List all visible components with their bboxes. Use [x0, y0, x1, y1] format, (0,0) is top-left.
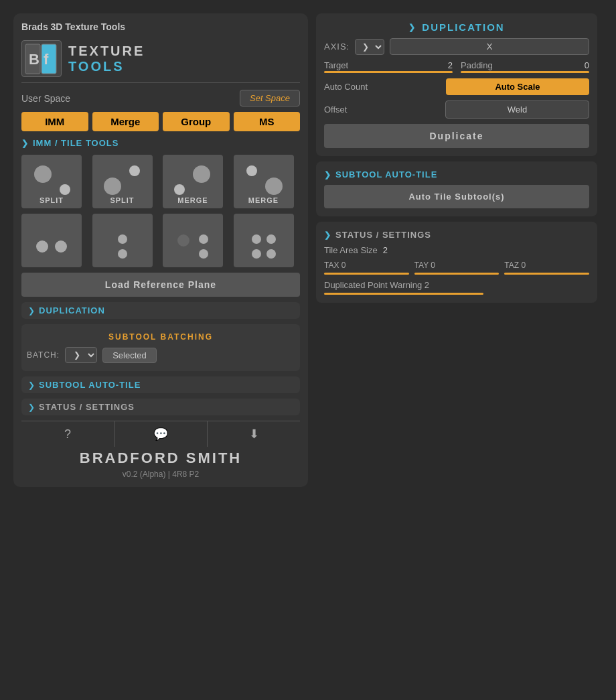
status-settings-card: ❯ STATUS / SETTINGS Tile Area Size 2 TAX…: [316, 222, 597, 303]
dup-warning-label: Duplicated Point Warning 2: [324, 280, 589, 290]
dot-small2: [129, 165, 140, 176]
dots-v-icon: [102, 230, 143, 263]
help-icon-button[interactable]: ?: [21, 421, 114, 447]
imm-button[interactable]: IMM: [21, 112, 88, 131]
duplication-label: DUPLICATION: [39, 305, 105, 316]
merge-right-tile[interactable]: MERGE: [234, 155, 294, 208]
chat-icon: 💬: [153, 427, 168, 441]
d9: [266, 234, 276, 244]
tile-area-label: Tile Area Size: [324, 245, 378, 255]
dots-3-tile[interactable]: [163, 214, 223, 267]
duplication-right-chevron-icon: ❯: [408, 23, 416, 32]
chat-icon-button[interactable]: 💬: [114, 421, 208, 447]
tay-slider[interactable]: [414, 273, 499, 275]
d2: [55, 240, 67, 253]
tile-grid-row2: [21, 214, 300, 267]
batch-dropdown[interactable]: ❯: [65, 347, 97, 363]
d10: [252, 249, 261, 259]
padding-slider[interactable]: [461, 71, 589, 73]
merge-left-tile[interactable]: MERGE: [163, 155, 223, 208]
subtool-batching-section: SUBTOOL BATCHING BATCH: ❯ Selected: [21, 324, 300, 371]
auto-count-label: Auto Count: [324, 82, 441, 92]
logo-box: B f: [21, 40, 62, 77]
dots-3-icon: [173, 230, 213, 263]
target-label-row: Target 2: [324, 60, 453, 70]
status-settings-header: ❯ STATUS / SETTINGS: [324, 230, 589, 240]
dots-2-tile[interactable]: [21, 214, 82, 267]
batch-label: BATCH:: [27, 350, 60, 360]
auto-count-row: Auto Count Auto Scale: [324, 78, 589, 95]
taz-label: TAZ 0: [504, 261, 589, 270]
merge-left-icon: [173, 163, 213, 196]
batch-row: BATCH: ❯ Selected: [27, 344, 295, 366]
load-reference-plane-button[interactable]: Load Reference Plane: [21, 273, 300, 297]
d4: [118, 249, 127, 259]
target-slider[interactable]: [324, 71, 453, 73]
d8: [252, 234, 261, 244]
axis-dropdown[interactable]: ❯: [355, 39, 384, 55]
status-chevron-icon: ❯: [324, 230, 331, 240]
batch-selected-button[interactable]: Selected: [102, 348, 157, 363]
logo-text: TEXTURE TOOLS: [68, 44, 145, 74]
duplication-chevron-icon: ❯: [28, 306, 35, 316]
auto-scale-button[interactable]: Auto Scale: [446, 78, 589, 95]
d11: [266, 249, 276, 259]
chevron-icon: ❯: [21, 139, 29, 148]
padding-section: Padding 0: [461, 60, 589, 73]
dots-v-tile[interactable]: [92, 214, 153, 267]
taz-slider[interactable]: [504, 273, 589, 275]
tile-area-value: 2: [383, 245, 388, 255]
dot-v-grid: [118, 234, 127, 259]
target-padding-row: Target 2 Padding 0: [324, 60, 589, 73]
subtool-auto-tile-bar: ❯ SUBTOOL AUTO-TILE: [21, 376, 300, 393]
dot-small3: [174, 184, 185, 195]
tax-slider[interactable]: [324, 273, 409, 275]
weld-button[interactable]: Weld: [445, 100, 589, 119]
split-tl-label: SPLIT: [40, 196, 64, 204]
merge-button[interactable]: Merge: [92, 112, 159, 131]
footer-section: ? 💬 ⬇ Bradford Smith v0.2 (Alpha) | 4R8 …: [21, 421, 300, 479]
download-icon-button[interactable]: ⬇: [208, 421, 300, 447]
split-tl-tile[interactable]: SPLIT: [21, 155, 82, 208]
dot-large4: [265, 178, 283, 195]
target-section: Target 2: [324, 60, 453, 73]
split-br-tile[interactable]: SPLIT: [92, 155, 153, 208]
status-settings-label: STATUS / SETTINGS: [39, 402, 135, 412]
offset-row: Offset Weld: [324, 100, 589, 119]
subtool-batching-label: SUBTOOL BATCHING: [27, 330, 295, 344]
status-settings-title: STATUS / SETTINGS: [335, 230, 431, 240]
logo-line1: TEXTURE: [68, 44, 145, 59]
tax-item: TAX 0: [324, 261, 409, 275]
offset-label: Offset: [324, 104, 440, 115]
duplicate-button[interactable]: Duplicate: [324, 124, 589, 148]
merge-right-icon: [244, 163, 284, 196]
logo-line2: TOOLS: [68, 59, 145, 74]
d3: [118, 234, 127, 244]
merge-right-label: MERGE: [248, 196, 279, 204]
dots-4-tile[interactable]: [234, 214, 294, 267]
group-button[interactable]: Group: [163, 112, 230, 131]
axis-label: AXIS:: [324, 42, 350, 52]
dup-warning-row: Duplicated Point Warning 2: [324, 280, 589, 295]
ms-button[interactable]: MS: [234, 112, 301, 131]
app-title: Brads 3D Texture Tools: [21, 21, 300, 32]
tax-label: TAX 0: [324, 261, 409, 270]
download-icon: ⬇: [249, 427, 259, 441]
duplication-title: DUPLICATION: [422, 21, 504, 33]
dots-4-icon: [244, 230, 284, 263]
dup-warning-slider[interactable]: [324, 293, 483, 295]
subtool-at-chevron-icon: ❯: [324, 170, 331, 180]
set-space-button[interactable]: Set Space: [240, 90, 300, 107]
auto-tile-subtool-button[interactable]: Auto Tile Subtool(s): [324, 185, 589, 208]
tay-item: TAY 0: [414, 261, 499, 275]
split-br-icon: [102, 163, 143, 196]
svg-text:f: f: [44, 51, 49, 68]
footer-version: v0.2 (Alpha) | 4R8 P2: [123, 470, 200, 479]
dot-large: [34, 165, 52, 183]
padding-label: Padding: [461, 60, 582, 70]
status-settings-bar: ❯ STATUS / SETTINGS: [21, 399, 300, 415]
dot-small: [60, 184, 70, 195]
footer-name: Bradford Smith: [80, 449, 242, 467]
subtool-auto-tile-label: SUBTOOL AUTO-TILE: [39, 380, 141, 390]
subtool-auto-tile-card: ❯ SUBTOOL AUTO-TILE Auto Tile Subtool(s): [316, 161, 597, 216]
